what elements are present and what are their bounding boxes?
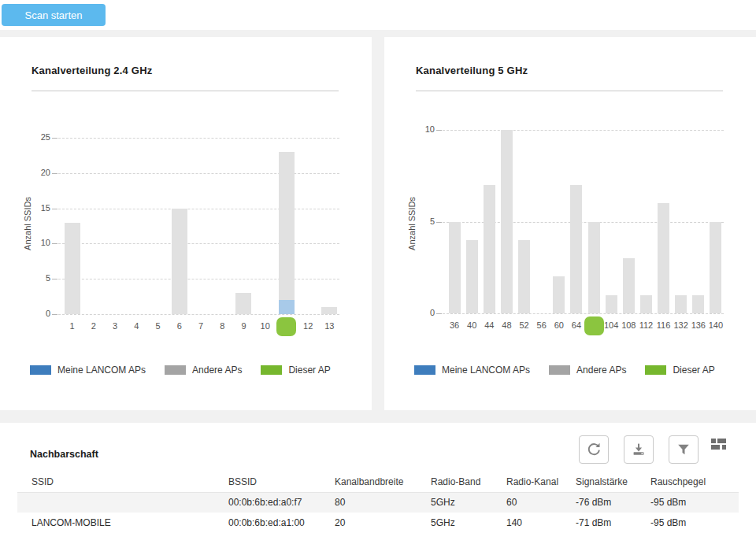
gridline	[58, 243, 339, 244]
bar-segment	[518, 240, 530, 313]
legend-swatch	[549, 365, 570, 375]
table-cell: -71 dBm	[561, 513, 636, 533]
legend-label: Meine LANCOM APs	[57, 365, 146, 376]
filter-icon	[676, 442, 691, 457]
gridline	[58, 209, 339, 209]
table-title: Nachbarschaft	[30, 449, 98, 460]
refresh-icon	[586, 442, 602, 457]
gridline	[58, 138, 339, 139]
table-cell: 5GHz	[417, 513, 492, 533]
y-tick-label: 10	[16, 238, 50, 247]
legend-item: Andere APs	[165, 365, 242, 376]
table-cell: 00:0b:6b:ed:a1:00	[214, 513, 321, 533]
table-toolbar	[564, 435, 699, 464]
download-icon	[631, 442, 647, 457]
table-row[interactable]: LANCOM-MOBILE00:0b:6b:ed:a1:00205GHz140-…	[17, 513, 739, 533]
table-cell: 80	[321, 492, 417, 513]
legend-swatch	[165, 365, 186, 375]
legend-item: Meine LANCOM APs	[30, 365, 146, 376]
bar-chart-24ghz: 051015202512345678910111213	[0, 37, 372, 410]
bar-segment	[640, 295, 652, 313]
table-cell: 60	[492, 492, 561, 513]
table-cell: 140	[492, 513, 561, 533]
widgets-icon[interactable]	[711, 439, 726, 450]
legend-item: Andere APs	[549, 365, 626, 376]
neighborhood-table: SSIDBSSIDKanalbandbreiteRadio-BandRadio-…	[17, 472, 739, 533]
y-tick-label: 10	[400, 124, 435, 134]
column-header[interactable]: Kanalbandbreite	[321, 472, 417, 492]
neighborhood-panel: Nachbarschaft	[0, 423, 756, 533]
table-cell: -95 dBm	[636, 513, 739, 533]
bar-segment	[692, 295, 704, 313]
y-tick-label: 20	[16, 168, 50, 177]
bar-segment	[710, 222, 721, 314]
legend-item: Dieser AP	[645, 365, 714, 376]
bar-chart-5ghz: 0510364044485256606410010410811211613213…	[384, 37, 756, 410]
bar-segment	[501, 130, 513, 313]
legend-swatch	[30, 365, 51, 375]
bar-segment	[279, 300, 295, 314]
bar-segment	[321, 307, 337, 314]
y-tick-label: 25	[16, 132, 50, 142]
legend-label: Andere APs	[576, 365, 626, 376]
x-tick-label: 140	[702, 320, 730, 330]
legend-swatch	[414, 365, 435, 375]
legend-label: Dieser AP	[673, 365, 714, 376]
bar-segment	[235, 293, 251, 314]
y-tick-mark	[52, 173, 57, 174]
bar-segment	[658, 203, 669, 313]
y-tick-label: 5	[400, 217, 435, 226]
gridline	[58, 279, 339, 279]
chart-legend: Meine LANCOM APsAndere APsDieser AP	[30, 365, 350, 376]
x-tick-label: 13	[315, 321, 343, 331]
scan-start-button[interactable]: Scan starten	[2, 4, 106, 26]
column-header[interactable]: SSID	[17, 472, 214, 492]
bar-segment	[172, 209, 187, 314]
legend-label: Meine LANCOM APs	[442, 365, 530, 376]
column-header[interactable]: Signalstärke	[561, 472, 636, 492]
legend-item: Meine LANCOM APs	[414, 365, 530, 376]
filter-button[interactable]	[669, 435, 699, 464]
bar-segment	[449, 222, 461, 314]
y-tick-mark	[52, 243, 57, 244]
bar-segment	[623, 258, 635, 313]
table-cell: 00:0b:6b:ed:a0:f7	[214, 492, 321, 513]
y-tick-label: 0	[16, 309, 50, 318]
legend-item: Dieser AP	[261, 365, 330, 376]
y-tick-mark	[436, 313, 442, 314]
y-tick-label: 0	[400, 308, 435, 317]
column-header[interactable]: Radio-Kanal	[492, 472, 561, 492]
bar-segment	[65, 223, 80, 314]
gridline	[443, 313, 724, 314]
table-cell: -95 dBm	[636, 492, 739, 513]
gridline	[58, 173, 339, 174]
legend-swatch	[645, 365, 666, 375]
column-header[interactable]: BSSID	[214, 472, 321, 492]
top-toolbar: Scan starten	[0, 0, 756, 30]
y-tick-mark	[436, 130, 442, 131]
y-tick-mark	[52, 279, 57, 279]
y-tick-mark	[436, 222, 442, 223]
column-header[interactable]: Radio-Band	[417, 472, 492, 492]
table-cell: LANCOM-MOBILE	[17, 513, 214, 533]
column-header[interactable]: Rauschpegel	[636, 472, 739, 492]
table-cell: 20	[321, 513, 417, 533]
gridline	[443, 130, 724, 131]
channel-distribution-5ghz-panel: Kanalverteilung 5 GHz Anzahl SSIDs 05103…	[384, 37, 756, 410]
refresh-button[interactable]	[579, 435, 609, 464]
legend-swatch	[261, 365, 282, 375]
channel-distribution-24ghz-panel: Kanalverteilung 2.4 GHz Anzahl SSIDs 051…	[0, 37, 372, 410]
table-cell	[17, 492, 214, 513]
y-tick-label: 5	[16, 273, 50, 283]
y-tick-mark	[52, 314, 57, 315]
table-header-row: SSIDBSSIDKanalbandbreiteRadio-BandRadio-…	[17, 472, 739, 492]
chart-legend: Meine LANCOM APsAndere APsDieser AP	[414, 365, 734, 376]
y-tick-mark	[52, 138, 57, 139]
bar-segment	[675, 295, 687, 313]
table-row[interactable]: 00:0b:6b:ed:a0:f7805GHz60-76 dBm-95 dBm	[17, 492, 739, 513]
bar-segment	[606, 295, 617, 313]
legend-label: Andere APs	[192, 365, 242, 376]
gridline	[58, 314, 339, 315]
download-button[interactable]	[624, 435, 654, 464]
bar-segment	[279, 152, 295, 300]
